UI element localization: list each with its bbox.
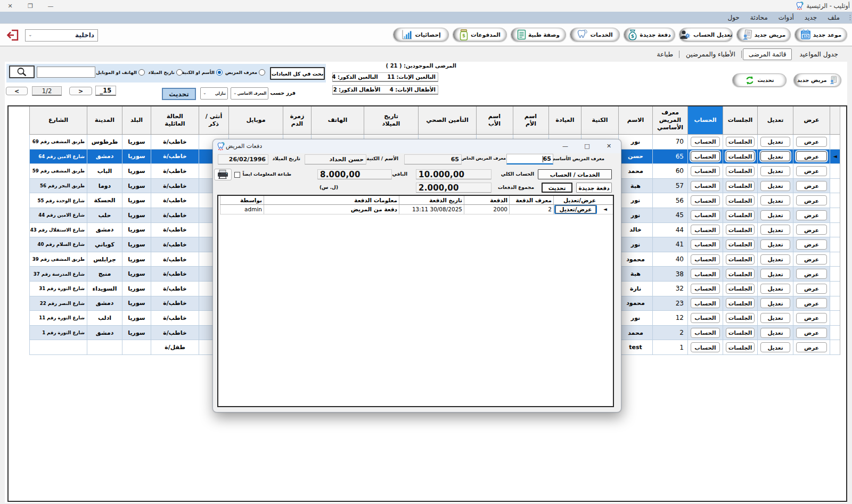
sessions-row-button[interactable]: الجلسات — [726, 269, 755, 279]
sessions-row-button[interactable]: الجلسات — [726, 225, 755, 235]
cell-name[interactable]: محمد — [618, 326, 652, 341]
column-header-father[interactable]: اسم الأب — [476, 106, 513, 135]
row-selector-cell[interactable] — [830, 252, 840, 267]
account-row-button[interactable]: الحساب — [691, 342, 720, 352]
cell-country[interactable]: سوريا — [122, 135, 151, 150]
column-header-edit[interactable]: تعديل — [757, 106, 793, 135]
payments-column-header-action[interactable]: عرض/تعديل — [553, 196, 597, 205]
view-row-button[interactable]: عرض — [796, 225, 827, 235]
cell-city[interactable]: دوما — [87, 179, 122, 194]
cell-marital[interactable]: خاطب/ة — [151, 311, 199, 326]
view-row-button[interactable]: عرض — [796, 342, 827, 352]
cell-id[interactable]: 41 — [652, 237, 687, 252]
toolbar-button-5[interactable]: وصفة طبية — [511, 28, 566, 42]
cell-id[interactable]: 23 — [652, 296, 687, 311]
column-header-blood[interactable]: زمرة الدم — [283, 106, 311, 135]
tab-0[interactable]: جدول المواعيد — [793, 48, 845, 60]
payments-cell-date[interactable]: 13:11 30/08/2025 — [399, 205, 464, 214]
edit-row-button[interactable]: تعديل — [760, 166, 790, 176]
cell-id[interactable]: 65 — [652, 150, 687, 164]
sessions-row-button[interactable]: الجلسات — [726, 284, 755, 294]
view-row-button[interactable]: عرض — [796, 254, 827, 265]
dialog-close-icon[interactable]: ✕ — [598, 139, 620, 153]
clinic-select[interactable]: ⌄ داخلية — [25, 29, 98, 42]
cell-country[interactable]: سوريا — [122, 223, 151, 238]
sessions-row-button[interactable]: الجلسات — [726, 298, 755, 308]
cell-name[interactable]: هبة — [618, 267, 652, 282]
cell-country[interactable]: سوريا — [122, 326, 151, 341]
cell-name[interactable]: محمود — [618, 252, 652, 267]
payments-column-header-by[interactable]: بواسطة — [220, 196, 264, 205]
print-button[interactable] — [214, 169, 232, 180]
dialog-refresh-button[interactable]: تحديث — [542, 183, 572, 193]
cell-city[interactable]: منبج — [87, 267, 122, 282]
column-header-country[interactable]: البلد — [122, 106, 151, 135]
account-row-button[interactable]: الحساب — [691, 239, 720, 250]
column-header-id[interactable]: معرف المريض الأساسي — [652, 106, 687, 135]
cell-country[interactable]: سوريا — [122, 296, 151, 311]
payments-column-header-date[interactable]: تاريخ الدفعة — [399, 196, 464, 205]
account-row-button[interactable]: الحساب — [691, 195, 720, 205]
primary-id-input[interactable]: 65 — [506, 154, 553, 164]
cell-id[interactable]: 60 — [652, 164, 687, 179]
cell-street[interactable]: شارع الامين رقم 44 — [29, 208, 87, 223]
view-row-button[interactable]: عرض — [796, 239, 827, 250]
edit-row-button[interactable]: تعديل — [760, 239, 790, 250]
cell-id[interactable]: 70 — [652, 135, 687, 150]
cell-id[interactable]: 38 — [652, 267, 687, 282]
cell-city[interactable]: طرطوس — [87, 135, 122, 150]
cell-city[interactable] — [87, 340, 122, 355]
cell-street[interactable]: طريق المشفى رقم 59 — [29, 164, 87, 179]
tab-1[interactable]: قائمة المرضى — [743, 48, 792, 60]
cell-name[interactable]: نور — [618, 311, 652, 326]
edit-row-button[interactable]: تعديل — [760, 181, 790, 191]
view-row-button[interactable]: عرض — [796, 328, 827, 338]
column-header-dob[interactable]: تاريخ الميلاد — [364, 106, 418, 135]
cell-marital[interactable]: خاطب/ة — [151, 267, 199, 282]
view-row-button[interactable]: عرض — [796, 151, 827, 161]
cell-street[interactable]: طريق البحر رقم 56 — [29, 179, 87, 194]
edit-row-button[interactable]: تعديل — [760, 328, 790, 338]
row-selector-cell[interactable] — [830, 135, 840, 150]
cell-street[interactable]: شارع النصر رقم 22 — [29, 296, 87, 311]
print-also-checkbox[interactable] — [234, 172, 240, 178]
cell-street[interactable]: شارع الوحدة رقم 55 — [29, 193, 87, 208]
edit-row-button[interactable]: تعديل — [760, 137, 790, 147]
close-icon[interactable]: ✕ — [0, 3, 20, 10]
cell-id[interactable]: 32 — [652, 282, 687, 296]
row-selector-cell[interactable] — [830, 179, 840, 194]
account-row-button[interactable]: الحساب — [691, 225, 720, 235]
column-header-clinic[interactable]: العيادة — [548, 106, 581, 135]
column-header-surname[interactable]: الكنية — [581, 106, 618, 135]
cell-id[interactable]: 56 — [652, 193, 687, 208]
sessions-row-button[interactable]: الجلسات — [726, 313, 755, 323]
edit-row-button[interactable]: تعديل — [760, 151, 790, 161]
cell-city[interactable]: جرابلس — [87, 252, 122, 267]
services-account-button[interactable]: الخدمات / الحساب — [538, 169, 612, 179]
cell-city[interactable]: دمشق — [87, 150, 122, 164]
search-radio-3[interactable]: الهاتف او الموبايل — [96, 69, 145, 76]
cell-country[interactable]: سوريا — [122, 193, 151, 208]
refresh-button[interactable]: تحديث — [732, 73, 787, 87]
cell-country[interactable]: سوريا — [122, 237, 151, 252]
row-selector-cell[interactable] — [830, 326, 840, 341]
sessions-row-button[interactable]: الجلسات — [726, 151, 755, 161]
sessions-row-button[interactable]: الجلسات — [726, 137, 755, 147]
cell-country[interactable]: سوريا — [122, 150, 151, 164]
row-selector-cell[interactable] — [830, 208, 840, 223]
toolbar-button-0[interactable]: موعد جديد15 — [794, 28, 847, 42]
cell-city[interactable]: دمشق — [87, 296, 122, 311]
sessions-row-button[interactable]: الجلسات — [726, 181, 755, 191]
cell-marital[interactable]: خاطب/ة — [151, 179, 199, 194]
page-prev-button[interactable]: < — [6, 87, 28, 95]
view-edit-payment-button[interactable]: عرض/تعديل — [555, 205, 596, 213]
view-row-button[interactable]: عرض — [796, 166, 827, 176]
account-row-button[interactable]: الحساب — [691, 254, 720, 265]
cell-country[interactable]: سوريا — [122, 208, 151, 223]
dialog-minimize-icon[interactable]: — — [554, 139, 576, 153]
cell-marital[interactable]: خاطب/ة — [151, 135, 199, 150]
cell-id[interactable]: 57 — [652, 179, 687, 194]
edit-row-button[interactable]: تعديل — [760, 225, 790, 235]
sessions-row-button[interactable]: الجلسات — [726, 210, 755, 220]
account-row-button[interactable]: الحساب — [691, 269, 720, 279]
